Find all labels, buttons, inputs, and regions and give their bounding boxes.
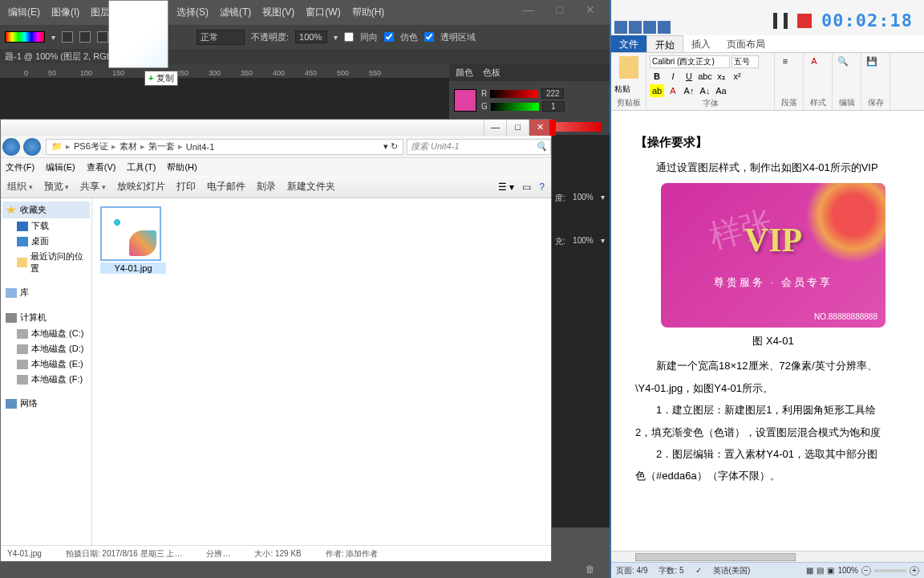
opacity-input[interactable]: 100% <box>295 31 327 43</box>
document-tab[interactable]: 题-1 @ 100% (图层 2, RGB/8)× <box>0 49 610 63</box>
menu-select[interactable]: 选择(S) <box>172 2 213 22</box>
blend-mode-select[interactable]: 正常 <box>197 30 245 45</box>
italic-button[interactable]: I <box>666 70 680 83</box>
styles-button[interactable]: A <box>807 55 821 67</box>
language[interactable]: 英语(美国) <box>713 565 751 576</box>
r-value[interactable]: 222 <box>541 88 564 99</box>
stop-button[interactable] <box>797 14 812 28</box>
sidebar-computer[interactable]: 计算机 <box>2 309 90 326</box>
gradient-radial-icon[interactable] <box>79 31 91 43</box>
sidebar-network[interactable]: 网络 <box>2 395 90 412</box>
color-tab[interactable]: 颜色 <box>456 67 473 79</box>
g-slider[interactable] <box>491 103 539 111</box>
help-icon[interactable]: ? <box>539 181 545 193</box>
save-button[interactable]: 💾 <box>865 55 879 67</box>
menu-view[interactable]: 视图(V) <box>257 2 299 22</box>
r-slider[interactable] <box>490 90 538 98</box>
change-case-button[interactable]: Aa <box>714 84 728 97</box>
horizontal-scrollbar[interactable] <box>611 551 924 562</box>
g-value[interactable]: 1 <box>542 101 565 112</box>
font-name-select[interactable]: Calibri (西文正文) <box>650 55 730 68</box>
menu-filter[interactable]: 滤镜(T) <box>215 2 256 22</box>
ex-menu-file[interactable]: 文件(F) <box>6 161 34 173</box>
bold-button[interactable]: B <box>650 70 664 83</box>
strike-button[interactable]: abc <box>698 70 712 83</box>
document-area[interactable]: 【操作要求】 通过设置图层样式，制作出如图X4-01所示的VIP 样张 VIP … <box>611 111 924 552</box>
sidebar-drive-d[interactable]: 本地磁盘 (D:) <box>2 341 90 356</box>
preview-pane-icon[interactable]: ▭ <box>522 181 531 193</box>
back-button[interactable] <box>2 138 20 156</box>
ex-maximize-icon[interactable]: □ <box>506 120 529 136</box>
gradient-preview[interactable] <box>5 31 45 43</box>
tab-layout[interactable]: 页面布局 <box>719 35 773 52</box>
paste-icon[interactable] <box>619 56 638 79</box>
zoom-out-button[interactable]: − <box>861 566 871 576</box>
gradient-linear-icon[interactable] <box>62 31 73 43</box>
menu-image[interactable]: 图像(I) <box>47 2 84 22</box>
zoom-slider[interactable] <box>874 569 906 572</box>
trash-icon[interactable]: 🗑 <box>586 564 595 575</box>
sidebar-drive-e[interactable]: 本地磁盘 (E:) <box>2 356 90 372</box>
search-input[interactable]: 搜索 Unit4-1🔍 <box>407 139 551 155</box>
sup-button[interactable]: x² <box>730 70 744 83</box>
save-icon[interactable] <box>629 21 642 34</box>
tab-insert[interactable]: 插入 <box>683 35 719 52</box>
menu-help[interactable]: 帮助(H) <box>347 2 390 22</box>
align-button[interactable]: ≡ <box>778 55 792 67</box>
ex-minimize-icon[interactable]: — <box>484 120 506 136</box>
zoom-in-button[interactable]: + <box>910 566 919 576</box>
highlight-button[interactable]: ab <box>650 84 664 97</box>
email-button[interactable]: 电子邮件 <box>207 180 245 193</box>
view-read-icon[interactable]: ▤ <box>817 566 824 575</box>
forward-button[interactable] <box>23 138 41 156</box>
word-count[interactable]: 字数: 5 <box>659 565 683 576</box>
ex-menu-tools[interactable]: 工具(T) <box>127 161 156 173</box>
font-size-select[interactable]: 五号 <box>732 55 759 68</box>
sidebar-drive-f[interactable]: 本地磁盘 (F:) <box>2 372 90 387</box>
sidebar-downloads[interactable]: 下载 <box>2 218 90 234</box>
sidebar-drive-c[interactable]: 本地磁盘 (C:) <box>2 326 90 341</box>
page-count[interactable]: 页面: 4/9 <box>616 565 647 576</box>
reverse-checkbox[interactable] <box>344 32 354 42</box>
shrink-font-button[interactable]: A↓ <box>698 84 712 97</box>
sub-button[interactable]: x₂ <box>714 70 728 83</box>
menu-window[interactable]: 窗口(W) <box>301 2 345 22</box>
print-button[interactable]: 打印 <box>176 180 196 193</box>
swatches-tab[interactable]: 色板 <box>483 67 500 79</box>
slideshow-button[interactable]: 放映幻灯片 <box>117 180 165 193</box>
tab-file[interactable]: 文件 <box>611 35 646 52</box>
ex-menu-help[interactable]: 帮助(H) <box>167 161 197 173</box>
file-thumbnail[interactable]: Y4-01.jpg <box>100 206 166 274</box>
organize-button[interactable]: 组织 <box>7 180 33 193</box>
foreground-swatch[interactable] <box>454 89 476 112</box>
ex-menu-view[interactable]: 查看(V) <box>87 161 116 173</box>
dither-checkbox[interactable] <box>384 32 394 42</box>
newfolder-button[interactable]: 新建文件夹 <box>287 180 335 193</box>
view-mode-icon[interactable]: ☰ ▾ <box>498 181 514 193</box>
spellcheck-icon[interactable]: ✓ <box>695 566 702 575</box>
pause-button[interactable] <box>773 13 788 29</box>
fontcolor-button[interactable]: A <box>666 84 680 97</box>
view-print-icon[interactable]: ▦ <box>806 566 813 575</box>
tab-home[interactable]: 开始 <box>646 35 683 52</box>
ex-menu-edit[interactable]: 编辑(E) <box>46 161 75 173</box>
grow-font-button[interactable]: A↑ <box>682 84 696 97</box>
view-web-icon[interactable]: ▣ <box>827 566 834 575</box>
maximize-icon[interactable]: □ <box>550 0 569 19</box>
sidebar-desktop[interactable]: 桌面 <box>2 234 90 249</box>
share-button[interactable]: 共享 <box>80 180 106 193</box>
gradient-angle-icon[interactable] <box>97 31 108 43</box>
ex-close-icon[interactable]: ✕ <box>529 120 551 136</box>
burn-button[interactable]: 刻录 <box>257 180 276 193</box>
transparency-checkbox[interactable] <box>424 32 434 42</box>
sidebar-libraries[interactable]: 库 <box>2 284 90 301</box>
close-icon[interactable]: ✕ <box>579 0 602 19</box>
preview-button[interactable]: 预览 <box>44 180 70 193</box>
underline-button[interactable]: U <box>682 70 696 83</box>
sidebar-favorites[interactable]: 收藏夹 <box>2 201 90 218</box>
find-button[interactable]: 🔍 <box>836 55 850 67</box>
minimize-icon[interactable]: — <box>517 0 541 19</box>
sidebar-recent[interactable]: 最近访问的位置 <box>2 249 90 276</box>
redo-icon[interactable] <box>658 21 671 34</box>
breadcrumb[interactable]: 📁▸ PS6考证▸ 素材▸ 第一套▸ Unit4-1 ▾ ↻ <box>46 139 403 155</box>
